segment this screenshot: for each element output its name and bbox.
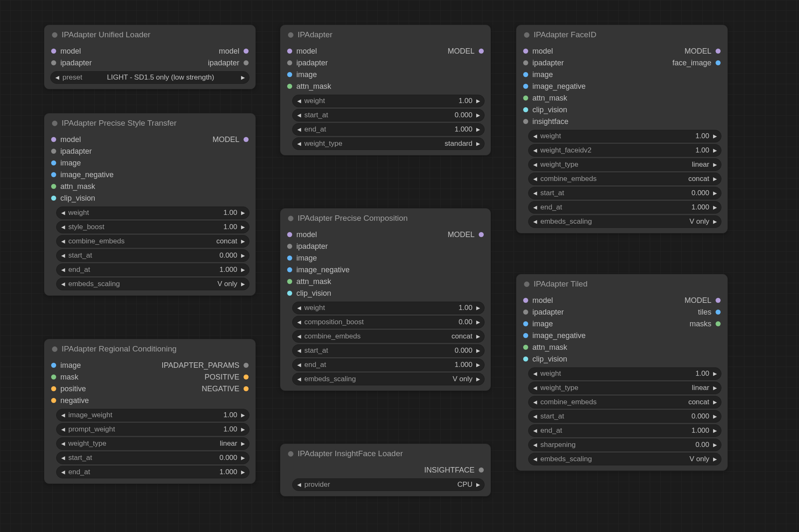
widget-weight[interactable]: ◀weight1.00▶ [292, 302, 485, 314]
output-port-model[interactable]: model [219, 47, 249, 56]
input-port-clip-vision[interactable]: clip_vision [523, 355, 567, 364]
output-port-ipadapter-params[interactable]: IPADAPTER_PARAMS [162, 361, 249, 370]
input-port-ipadapter[interactable]: ipadapter [287, 242, 328, 251]
arrow-right-icon[interactable]: ▶ [474, 362, 482, 368]
output-port-negative[interactable]: NEGATIVE [202, 385, 249, 393]
arrow-right-icon[interactable]: ▶ [711, 147, 719, 153]
input-port-model[interactable]: model [523, 47, 553, 56]
node-ipadapter-insightface-loader[interactable]: IPAdapter InsightFace Loader INSIGHTFACE… [280, 444, 491, 496]
node-ipadapter-faceid[interactable]: IPAdapter FaceID model MODEL ipadapter f… [516, 25, 728, 233]
input-port-ipadapter[interactable]: ipadapter [287, 59, 328, 67]
widget-end-at[interactable]: ◀end_at1.000▶ [56, 466, 249, 478]
arrow-left-icon[interactable]: ◀ [59, 426, 67, 432]
widget-combine-embeds[interactable]: ◀combine_embedsconcat▶ [292, 330, 485, 343]
widget-prompt-weight[interactable]: ◀prompt_weight1.00▶ [56, 423, 249, 436]
input-port-mask[interactable]: mask [51, 373, 78, 382]
arrow-left-icon[interactable]: ◀ [59, 281, 67, 287]
widget-weight[interactable]: ◀weight1.00▶ [528, 130, 721, 142]
arrow-left-icon[interactable]: ◀ [531, 371, 539, 377]
arrow-left-icon[interactable]: ◀ [531, 176, 539, 182]
node-ipadapter-precise-style-transfer[interactable]: IPAdapter Precise Style Transfer model M… [44, 113, 256, 296]
node-ipadapter[interactable]: IPAdapter model MODEL ipadapter image at… [280, 25, 491, 155]
output-port-model[interactable]: MODEL [685, 47, 721, 56]
widget-end-at[interactable]: ◀end_at1.000▶ [528, 201, 721, 214]
arrow-right-icon[interactable]: ▶ [474, 305, 482, 311]
arrow-right-icon[interactable]: ▶ [711, 219, 719, 225]
arrow-left-icon[interactable]: ◀ [59, 469, 67, 475]
collapse-dot-icon[interactable] [524, 281, 529, 287]
node-ipadapter-precise-composition[interactable]: IPAdapter Precise Composition model MODE… [280, 208, 491, 391]
node-ipadapter-regional-conditioning[interactable]: IPAdapter Regional Conditioning image IP… [44, 339, 256, 484]
arrow-left-icon[interactable]: ◀ [59, 238, 67, 244]
input-port-clip-vision[interactable]: clip_vision [287, 289, 331, 298]
collapse-dot-icon[interactable] [52, 32, 57, 38]
input-port-model[interactable]: model [51, 47, 81, 56]
output-port-insightface[interactable]: INSIGHTFACE [424, 466, 484, 475]
widget-combine-embeds[interactable]: ◀combine_embedsconcat▶ [528, 173, 721, 185]
input-port-image[interactable]: image [523, 320, 553, 328]
node-ipadapter-unified-loader[interactable]: IPAdapter Unified Loader model model ipa… [44, 25, 256, 89]
arrow-left-icon[interactable]: ◀ [59, 441, 67, 447]
widget-start-at[interactable]: ◀start_at0.000▶ [528, 187, 721, 199]
widget-sharpening[interactable]: ◀sharpening0.00▶ [528, 439, 721, 451]
arrow-right-icon[interactable]: ▶ [239, 281, 246, 287]
arrow-right-icon[interactable]: ▶ [474, 127, 482, 132]
arrow-left-icon[interactable]: ◀ [295, 98, 303, 104]
input-port-model[interactable]: model [523, 296, 553, 305]
arrow-right-icon[interactable]: ▶ [711, 442, 719, 448]
widget-start-at[interactable]: ◀start_at0.000▶ [56, 452, 249, 464]
widget-composition-boost[interactable]: ◀composition_boost0.00▶ [292, 316, 485, 328]
arrow-right-icon[interactable]: ▶ [711, 371, 719, 377]
arrow-right-icon[interactable]: ▶ [711, 204, 719, 210]
widget-end-at[interactable]: ◀end_at1.000▶ [56, 263, 249, 276]
widget-provider[interactable]: ◀providerCPU▶ [292, 478, 485, 491]
arrow-right-icon[interactable]: ▶ [711, 428, 719, 434]
arrow-left-icon[interactable]: ◀ [531, 428, 539, 434]
arrow-right-icon[interactable]: ▶ [239, 210, 246, 216]
node-title-bar[interactable]: IPAdapter Unified Loader [44, 25, 255, 44]
arrow-left-icon[interactable]: ◀ [295, 305, 303, 311]
arrow-right-icon[interactable]: ▶ [474, 98, 482, 104]
output-port-face-image[interactable]: face_image [672, 59, 721, 67]
collapse-dot-icon[interactable] [52, 121, 57, 126]
arrow-right-icon[interactable]: ▶ [239, 441, 246, 447]
arrow-left-icon[interactable]: ◀ [531, 204, 539, 210]
node-title-bar[interactable]: IPAdapter [280, 25, 490, 44]
collapse-dot-icon[interactable] [524, 32, 529, 38]
node-title-bar[interactable]: IPAdapter FaceID [516, 25, 727, 44]
collapse-dot-icon[interactable] [288, 32, 293, 38]
arrow-left-icon[interactable]: ◀ [59, 412, 67, 418]
arrow-right-icon[interactable]: ▶ [711, 413, 719, 419]
input-port-image[interactable]: image [523, 70, 553, 79]
arrow-left-icon[interactable]: ◀ [531, 162, 539, 168]
widget-end-at[interactable]: ◀end_at1.000▶ [528, 424, 721, 437]
arrow-left-icon[interactable]: ◀ [295, 348, 303, 354]
output-port-model[interactable]: MODEL [448, 230, 484, 239]
widget-end-at[interactable]: ◀end_at1.000▶ [292, 359, 485, 371]
arrow-right-icon[interactable]: ▶ [474, 319, 482, 325]
arrow-right-icon[interactable]: ▶ [711, 162, 719, 168]
arrow-right-icon[interactable]: ▶ [711, 190, 719, 196]
arrow-left-icon[interactable]: ◀ [531, 385, 539, 391]
arrow-left-icon[interactable]: ◀ [295, 376, 303, 382]
widget-weight-faceidv2[interactable]: ◀weight_faceidv21.00▶ [528, 144, 721, 157]
input-port-image[interactable]: image [287, 70, 317, 79]
input-port-image-negative[interactable]: image_negative [287, 266, 350, 274]
widget-combine-embeds[interactable]: ◀combine_embedsconcat▶ [56, 235, 249, 248]
arrow-left-icon[interactable]: ◀ [59, 455, 67, 461]
collapse-dot-icon[interactable] [288, 216, 293, 221]
output-port-model[interactable]: MODEL [448, 47, 484, 56]
arrow-left-icon[interactable]: ◀ [295, 333, 303, 339]
arrow-right-icon[interactable]: ▶ [711, 385, 719, 391]
output-port-model[interactable]: MODEL [213, 135, 249, 144]
arrow-left-icon[interactable]: ◀ [295, 112, 303, 118]
widget-start-at[interactable]: ◀start_at0.000▶ [292, 109, 485, 121]
node-title-bar[interactable]: IPAdapter Precise Composition [280, 209, 490, 227]
arrow-left-icon[interactable]: ◀ [295, 141, 303, 147]
arrow-left-icon[interactable]: ◀ [295, 482, 303, 488]
widget-combine-embeds[interactable]: ◀combine_embedsconcat▶ [528, 396, 721, 408]
input-port-ipadapter[interactable]: ipadapter [523, 59, 564, 67]
node-title-bar[interactable]: IPAdapter Regional Conditioning [44, 339, 255, 358]
node-title-bar[interactable]: IPAdapter InsightFace Loader [280, 444, 490, 462]
widget-weight[interactable]: ◀weight1.00▶ [292, 95, 485, 107]
